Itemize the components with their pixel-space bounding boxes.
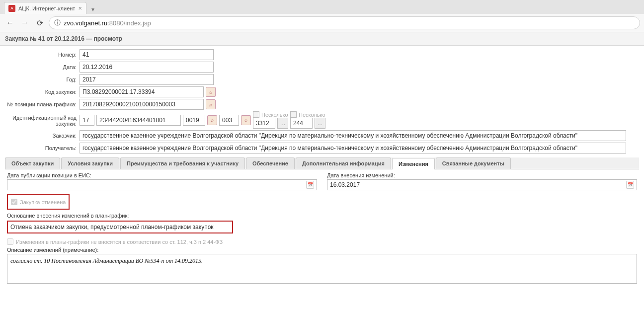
poz-plan-label: № позиции плана-графика: — [5, 101, 80, 107]
plan-not-changed-checkbox — [7, 238, 13, 245]
tab-changes-content: Дата публикации позиции в ЕИС: 📅 Дата вн… — [5, 169, 639, 287]
lookup-icon[interactable]: ⌕ — [206, 87, 216, 97]
desc-label: Описание изменений (примечание): — [7, 247, 637, 253]
chg-date-label: Дата внесения изменений: — [327, 172, 637, 178]
url-path: /index.jsp — [124, 19, 151, 27]
kod-zakupki-field[interactable] — [80, 86, 204, 97]
tab-related-docs[interactable]: Связанные документы — [436, 157, 511, 169]
tab-title: АЦК. Интернет-клиент — [18, 5, 75, 11]
tab-security[interactable]: Обеспечение — [246, 157, 295, 169]
cancelled-checkbox — [11, 199, 17, 205]
ikz-field-5[interactable] — [253, 118, 275, 129]
url-port: :8080 — [107, 19, 124, 27]
more-button[interactable]: … — [315, 118, 325, 129]
plan-not-changed-label: Изменения в планы-графики не вносятся в … — [16, 239, 223, 245]
ikz-label: Идентификационный код закупки: — [5, 115, 80, 129]
poluchatel-label: Получатель: — [5, 145, 80, 151]
url-bar: ← → ⟳ ⓘ zvo.volganet.ru:8080/index.jsp — [0, 14, 644, 32]
desc-field[interactable]: согласно ст. 10 Постановления Администра… — [7, 254, 637, 284]
url-host: zvo.volganet.ru — [64, 19, 107, 27]
osnovanie-field[interactable] — [8, 222, 232, 232]
forward-button[interactable]: → — [19, 17, 31, 29]
kod-zakupki-label: Код закупки: — [5, 89, 80, 95]
neskolko-label: Несколько — [261, 112, 288, 118]
ikz-field-1[interactable] — [80, 115, 94, 126]
ikz-field-2[interactable] — [96, 115, 181, 126]
info-icon: ⓘ — [54, 18, 61, 27]
tab-conditions[interactable]: Условия закупки — [61, 157, 119, 169]
tab-additional[interactable]: Дополнительная информация — [296, 157, 391, 169]
browser-tab[interactable]: А АЦК. Интернет-клиент × — [4, 2, 86, 14]
reload-button[interactable]: ⟳ — [34, 17, 46, 29]
poz-plan-field[interactable] — [80, 99, 204, 110]
more-button[interactable]: … — [277, 118, 288, 129]
browser-chrome: А АЦК. Интернет-клиент × ▾ ← → ⟳ ⓘ zvo.v… — [0, 0, 644, 32]
tab-strip: Объект закупки Условия закупки Преимущес… — [5, 157, 639, 169]
tab-requirements[interactable]: Преимущества и требования к участнику — [120, 157, 245, 169]
neskolko-label: Несколько — [299, 112, 325, 118]
tab-object[interactable]: Объект закупки — [5, 157, 60, 169]
lookup-icon[interactable]: ⌕ — [241, 115, 251, 125]
cancelled-label: Закупка отменена — [20, 199, 66, 205]
address-bar[interactable]: ⓘ zvo.volganet.ru:8080/index.jsp — [49, 16, 640, 29]
ikz-field-3[interactable] — [183, 115, 205, 126]
cancelled-highlight: Закупка отменена — [7, 194, 70, 210]
pub-date-label: Дата публикации позиции в ЕИС: — [7, 172, 317, 178]
favicon-icon: А — [8, 5, 15, 12]
nomer-label: Номер: — [5, 52, 80, 58]
checkbox-disabled — [253, 111, 259, 118]
chg-date-field[interactable]: 16.03.2017 📅 — [327, 179, 637, 190]
osnovanie-label: Основание внесения изменений в план-граф… — [7, 213, 637, 219]
osnovanie-highlight — [7, 221, 233, 233]
chg-date-value: 16.03.2017 — [330, 181, 360, 188]
zakazchik-field[interactable] — [80, 130, 626, 141]
ikz-field-4[interactable] — [219, 115, 239, 126]
tab-bar: А АЦК. Интернет-клиент × ▾ — [0, 0, 644, 14]
page-title: Закупка № 41 от 20.12.2016 — просмотр — [0, 32, 644, 46]
calendar-icon[interactable]: 📅 — [306, 181, 314, 189]
form-area: Номер: Дата: Год: Код закупки: ⌕ № позиц… — [0, 46, 644, 289]
checkbox-disabled — [290, 111, 297, 118]
god-field[interactable] — [80, 74, 214, 85]
tab-changes[interactable]: Изменения — [392, 158, 435, 169]
lookup-icon[interactable]: ⌕ — [206, 99, 216, 109]
data-field[interactable] — [80, 62, 214, 73]
close-icon[interactable]: × — [78, 4, 82, 12]
poluchatel-field[interactable] — [80, 143, 626, 154]
new-tab-button[interactable]: ▾ — [88, 5, 97, 14]
ikz-field-6[interactable] — [290, 118, 313, 129]
back-button[interactable]: ← — [4, 17, 16, 29]
nomer-field[interactable] — [80, 49, 214, 60]
calendar-icon[interactable]: 📅 — [626, 181, 634, 189]
zakazchik-label: Заказчик: — [5, 133, 80, 139]
god-label: Год: — [5, 77, 80, 82]
pub-date-field[interactable]: 📅 — [7, 179, 317, 190]
lookup-icon[interactable]: ⌕ — [207, 115, 217, 125]
data-label: Дата: — [5, 64, 80, 70]
